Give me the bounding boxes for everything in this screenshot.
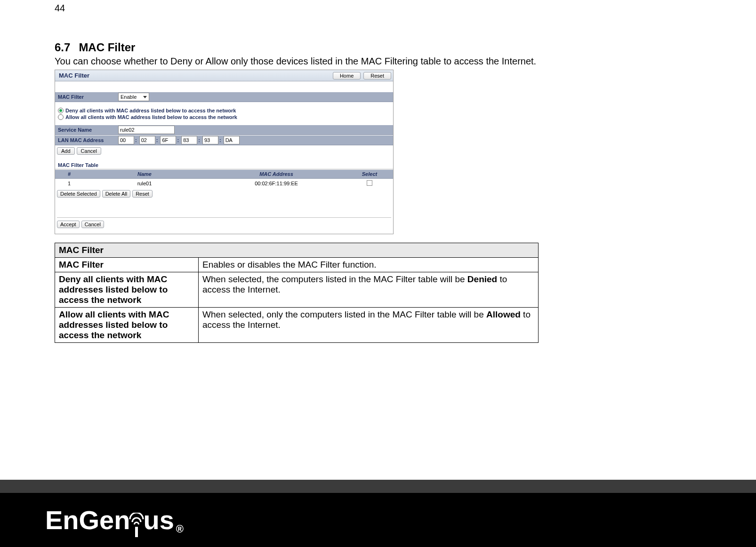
logo-text-b: us (143, 505, 174, 535)
desc-r3-bold: Allowed (486, 309, 521, 319)
section-heading: 6.7MAC Filter (55, 41, 539, 54)
desc-r2-a: When selected, the computers listed in t… (202, 274, 467, 284)
wifi-icon (127, 518, 146, 537)
home-button[interactable]: Home (333, 72, 361, 79)
cancel2-button[interactable]: Cancel (81, 221, 104, 228)
col-name: Name (83, 171, 206, 177)
lan-mac-label: LAN MAC Address (55, 137, 116, 143)
accept-button[interactable]: Accept (57, 221, 80, 228)
logo-text-a: EnGen (45, 505, 130, 535)
cancel-button[interactable]: Cancel (77, 147, 101, 155)
col-num: # (55, 171, 83, 177)
desc-r1-term: MAC Filter (55, 258, 199, 272)
desc-r3-desc: When selected, only the computers listed… (199, 308, 539, 343)
macfilter-select[interactable]: Enable (118, 93, 149, 101)
cell-mac: 00:02:6F:11:99:EE (206, 181, 347, 186)
section-number: 6.7 (55, 41, 70, 54)
desc-r2-desc: When selected, the computers listed in t… (199, 272, 539, 308)
footer: EnGen us® (0, 480, 756, 547)
macfilter-label: MAC Filter (55, 94, 116, 100)
desc-header: MAC Filter (55, 243, 539, 258)
page-number: 44 (55, 3, 539, 14)
add-button[interactable]: Add (57, 147, 75, 155)
radio-deny[interactable] (58, 108, 64, 113)
panel-title: MAC Filter (57, 72, 89, 79)
mac-input-3[interactable] (181, 136, 197, 144)
radio-allow-label: Allow all clients with MAC address liste… (65, 114, 237, 120)
cell-num: 1 (55, 181, 83, 186)
svg-rect-0 (135, 527, 138, 537)
registered-icon: ® (176, 523, 184, 535)
col-select: Select (347, 171, 392, 177)
reset-button[interactable]: Reset (363, 72, 391, 79)
radio-deny-label: Deny all clients with MAC address listed… (65, 108, 236, 113)
macfilter-select-value: Enable (121, 94, 137, 100)
service-name-input[interactable] (118, 126, 175, 134)
table-row: 1 rule01 00:02:6F:11:99:EE (55, 179, 393, 188)
mac-input-4[interactable] (202, 136, 218, 144)
desc-r3-term: Allow all clients with MAC addresses lis… (55, 308, 199, 343)
mac-filter-table-heading: MAC Filter Table (55, 160, 393, 169)
radio-allow[interactable] (58, 114, 64, 120)
service-name-label: Service Name (55, 127, 116, 133)
delete-all-button[interactable]: Delete All (102, 190, 130, 198)
mac-input-1[interactable] (139, 136, 155, 144)
desc-r1-desc: Enables or disables the MAC Filter funct… (199, 258, 539, 272)
engenius-logo: EnGen us® (45, 505, 184, 535)
mac-input-5[interactable] (224, 136, 240, 144)
delete-selected-button[interactable]: Delete Selected (57, 190, 100, 198)
desc-r2-bold: Denied (467, 274, 497, 284)
chevron-down-icon (143, 96, 147, 98)
desc-r3-a: When selected, only the computers listed… (202, 309, 486, 319)
description-table: MAC Filter MAC Filter Enables or disable… (55, 243, 539, 343)
desc-r2-term: Deny all clients with MAC addresses list… (55, 272, 199, 308)
cell-name: rule01 (83, 181, 206, 186)
section-title: MAC Filter (79, 41, 135, 54)
reset-table-button[interactable]: Reset (132, 190, 153, 198)
mac-input-0[interactable] (118, 136, 134, 144)
router-screenshot: MAC Filter Home Reset MAC Filter Enable (55, 70, 394, 234)
mac-input-2[interactable] (160, 136, 176, 144)
section-intro: You can choose whether to Deny or Allow … (55, 56, 539, 67)
row-select-checkbox[interactable] (367, 180, 372, 186)
col-mac: MAC Address (206, 171, 347, 177)
